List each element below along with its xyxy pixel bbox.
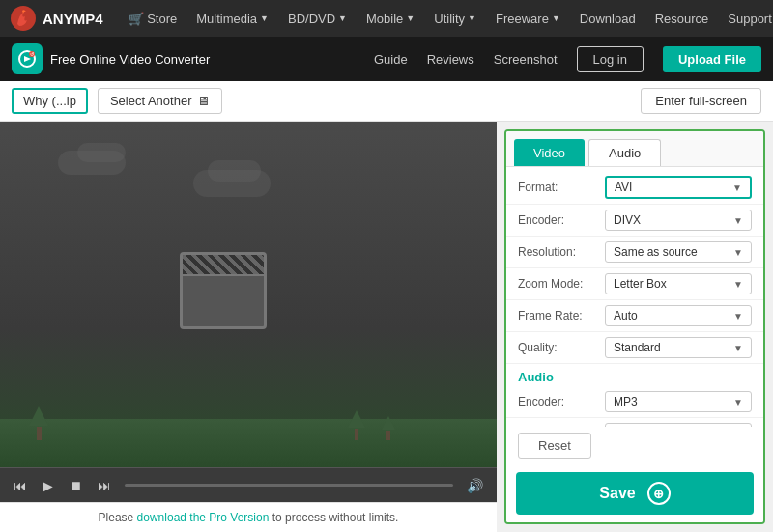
tree-top-3 xyxy=(382,416,395,430)
quality-select[interactable]: Standard ▼ xyxy=(605,337,752,358)
resolution-label: Resolution: xyxy=(518,245,605,259)
upload-file-button[interactable]: Upload File xyxy=(663,46,761,72)
progress-bar[interactable] xyxy=(125,484,453,487)
tree-trunk-3 xyxy=(386,431,390,440)
reviews-link[interactable]: Reviews xyxy=(427,52,474,67)
monitor-icon: 🖥 xyxy=(197,94,210,108)
zoom-row: Zoom Mode: Letter Box ▼ xyxy=(506,268,763,300)
framerate-select[interactable]: Auto ▼ xyxy=(605,305,752,326)
audio-encoder-row: Encoder: MP3 ▼ xyxy=(506,386,763,418)
top-navigation: ANYMP4 🛒 Store Multimedia ▼ BD/DVD ▼ Mob… xyxy=(0,0,773,37)
framerate-label: Frame Rate: xyxy=(518,309,605,322)
tree-right2 xyxy=(382,416,395,440)
reset-area: Reset xyxy=(506,427,763,464)
video-content xyxy=(0,122,497,467)
framerate-arrow: ▼ xyxy=(733,311,743,322)
audio-encoder-arrow: ▼ xyxy=(733,397,743,407)
app-logo: ↺ Free Online Video Converter xyxy=(12,43,210,74)
save-label: Save xyxy=(599,485,635,502)
save-icon: ⊕ xyxy=(647,482,671,505)
framerate-row: Frame Rate: Auto ▼ xyxy=(506,300,763,332)
save-button[interactable]: Save ⊕ xyxy=(516,472,754,515)
zoom-label: Zoom Mode: xyxy=(518,277,605,291)
tree-left xyxy=(29,406,48,440)
volume-button[interactable]: 🔊 xyxy=(465,476,485,495)
select-another-button[interactable]: Select Another 🖥 xyxy=(98,88,223,114)
tree-right xyxy=(348,410,365,440)
settings-tabs: Video Audio xyxy=(506,131,763,167)
file-label: Why (...ip xyxy=(12,88,88,114)
bddvd-nav[interactable]: BD/DVD ▼ xyxy=(280,8,355,30)
ground xyxy=(0,419,497,467)
format-value: AVI xyxy=(615,181,632,194)
cloud-2 xyxy=(77,143,126,162)
format-arrow: ▼ xyxy=(732,182,742,193)
tree-top-1 xyxy=(29,406,48,426)
video-tab[interactable]: Video xyxy=(514,139,585,166)
sub-login-button[interactable]: Log in xyxy=(577,46,644,72)
encoder-label: Encoder: xyxy=(518,213,605,227)
quality-value: Standard xyxy=(614,341,661,354)
app-icon: ↺ xyxy=(12,43,43,74)
select-another-label: Select Another xyxy=(110,94,192,108)
pro-version-link[interactable]: download the Pro Version xyxy=(137,511,270,524)
rewind-button[interactable]: ⏮ xyxy=(12,476,29,495)
format-select[interactable]: AVI ▼ xyxy=(605,176,752,199)
audio-encoder-label: Encoder: xyxy=(518,395,605,408)
nav-links: 🛒 Store Multimedia ▼ BD/DVD ▼ Mobile ▼ U… xyxy=(121,8,773,30)
encoder-row: Encoder: DIVX ▼ xyxy=(506,205,763,237)
zoom-arrow: ▼ xyxy=(733,279,743,290)
clapperboard-top xyxy=(183,255,264,276)
zoom-select[interactable]: Letter Box ▼ xyxy=(605,273,752,294)
caption-text2: to process without limits. xyxy=(269,511,398,524)
resolution-select[interactable]: Same as source ▼ xyxy=(605,241,752,263)
utility-nav[interactable]: Utility ▼ xyxy=(426,8,484,30)
sub-navigation: ↺ Free Online Video Converter Guide Revi… xyxy=(0,37,773,81)
tree-trunk-1 xyxy=(37,427,42,440)
svg-text:↺: ↺ xyxy=(30,51,34,57)
store-nav[interactable]: 🛒 Store xyxy=(121,8,186,30)
video-controls: ⏮ ▶ ⏹ ⏭ 🔊 xyxy=(0,467,497,502)
resolution-value: Same as source xyxy=(614,245,698,259)
settings-panel: Video Audio Format: AVI ▼ Encoder: DIVX … xyxy=(504,129,765,524)
quality-label: Quality: xyxy=(518,341,605,354)
audio-tab[interactable]: Audio xyxy=(588,139,661,166)
format-label: Format: xyxy=(518,181,605,194)
reset-button[interactable]: Reset xyxy=(518,433,591,459)
play-button[interactable]: ▶ xyxy=(41,476,55,495)
framerate-value: Auto xyxy=(614,309,638,322)
multimedia-nav[interactable]: Multimedia ▼ xyxy=(188,8,276,30)
download-nav[interactable]: Download xyxy=(572,8,644,30)
video-scene xyxy=(0,122,497,467)
tree-trunk-2 xyxy=(355,429,358,440)
main-area: ⏮ ▶ ⏹ ⏭ 🔊 Please download the Pro Versio… xyxy=(0,122,773,532)
zoom-value: Letter Box xyxy=(614,277,667,291)
tree-top-2 xyxy=(348,410,365,428)
brand-logo[interactable]: ANYMP4 xyxy=(10,5,103,32)
settings-rows: Format: AVI ▼ Encoder: DIVX ▼ Resolution… xyxy=(506,167,763,427)
fast-forward-button[interactable]: ⏭ xyxy=(96,476,113,495)
channel-row: Channel: 2 ▼ xyxy=(506,418,763,427)
stop-button[interactable]: ⏹ xyxy=(67,476,84,495)
encoder-value: DIVX xyxy=(614,213,641,227)
format-row: Format: AVI ▼ xyxy=(506,171,763,205)
encoder-select[interactable]: DIVX ▼ xyxy=(605,210,752,231)
screenshot-link[interactable]: Screenshot xyxy=(494,52,558,67)
resolution-row: Resolution: Same as source ▼ xyxy=(506,237,763,268)
save-area: Save ⊕ xyxy=(506,464,763,522)
caption: Please download the Pro Version to proce… xyxy=(0,502,497,532)
resource-nav[interactable]: Resource xyxy=(647,8,717,30)
clapperboard xyxy=(180,252,267,329)
quality-arrow: ▼ xyxy=(733,343,743,353)
caption-text1: Please xyxy=(99,511,137,524)
freeware-nav[interactable]: Freeware ▼ xyxy=(488,8,568,30)
support-nav[interactable]: Support xyxy=(720,8,773,30)
cloud-4 xyxy=(208,160,261,182)
mobile-nav[interactable]: Mobile ▼ xyxy=(358,8,422,30)
audio-encoder-select[interactable]: MP3 ▼ xyxy=(605,391,752,412)
toolbar: Why (...ip Select Another 🖥 Enter full-s… xyxy=(0,81,773,122)
fullscreen-button[interactable]: Enter full-screen xyxy=(641,88,761,114)
audio-section-header: Audio xyxy=(506,364,763,386)
guide-link[interactable]: Guide xyxy=(374,52,408,67)
quality-row: Quality: Standard ▼ xyxy=(506,332,763,364)
